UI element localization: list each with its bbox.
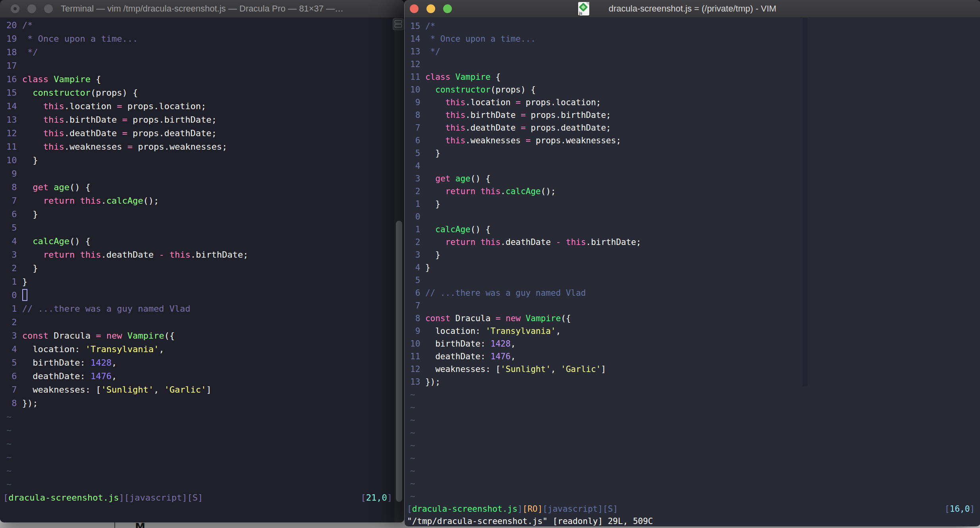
code-line: 1 } [410, 198, 440, 210]
token-fg [22, 196, 43, 206]
code-line: 8 this.birthDate = props.birthDate; [410, 109, 611, 121]
token-gr: age [455, 174, 471, 183]
token-pk: return [446, 187, 476, 196]
terminal-titlebar[interactable]: Terminal — vim /tmp/dracula-screenshot.j… [0, 0, 404, 18]
token-fg: props.deathDate; [127, 128, 217, 138]
token-fg: } [425, 148, 440, 158]
token-fg: location: [22, 344, 85, 354]
token-fg: , [511, 352, 516, 361]
empty-line-tilde: ~ [6, 451, 12, 464]
token-or: [RO] [523, 504, 543, 514]
token-fg: { [91, 74, 101, 84]
terminal-scrollbar[interactable] [394, 17, 404, 522]
code-line: 9 this.location = props.location; [410, 96, 601, 109]
line-number: 6 [410, 287, 425, 299]
token-fg: (props) { [490, 85, 536, 94]
token-fn: dracula-screenshot.js [8, 493, 119, 503]
token-fg [22, 182, 33, 192]
line-number: 2 [6, 262, 22, 275]
token-fg [122, 331, 127, 341]
line-number: 8 [6, 397, 22, 410]
line-number: 13 [410, 45, 425, 58]
line-number: 18 [6, 46, 22, 59]
token-pk: this [480, 237, 501, 247]
code-line: 6 } [6, 208, 38, 221]
line-number: 1 [6, 302, 22, 316]
line-number: 17 [6, 59, 22, 73]
token-fg: props.deathDate; [526, 123, 611, 133]
code-line: 11 class Vampire { [410, 71, 501, 83]
token-fg [475, 237, 480, 247]
token-ye: 'Transylvania' [85, 344, 159, 354]
token-fg: Dracula [48, 331, 96, 341]
vim-statusline: [dracula-screenshot.js][RO][javascript][… [407, 503, 618, 515]
line-number: 11 [6, 140, 22, 154]
macvim-window-title: dracula-screenshot.js = (/private/tmp) -… [405, 4, 980, 14]
token-fg: props.birthDate; [127, 115, 217, 125]
token-fg [425, 237, 446, 247]
token-fg: }); [425, 377, 440, 387]
split-pane-icon[interactable] [393, 18, 404, 30]
token-gr: constructor [33, 88, 91, 98]
token-pk: this [446, 123, 466, 133]
token-pk: this [43, 101, 64, 111]
line-number: 4 [6, 343, 22, 356]
line-number: 10 [410, 337, 425, 350]
empty-line-tilde: ~ [410, 401, 415, 414]
code-line: 1 calcAge() { [410, 223, 490, 236]
token-fg: Dracula [450, 314, 496, 323]
line-number: 5 [6, 356, 22, 370]
line-number: 1 [6, 275, 22, 289]
token-fg: , [159, 344, 164, 354]
token-fg: weaknesses: [ [425, 364, 501, 374]
code-line: 5 [6, 221, 22, 235]
token-fg: , [112, 371, 117, 381]
token-fg [22, 101, 43, 111]
token-fg: , [551, 364, 561, 374]
token-gr: age [54, 182, 69, 192]
line-number: 6 [410, 134, 425, 147]
line-number: 2 [410, 185, 425, 198]
token-pk: return [43, 250, 75, 260]
token-gr: constructor [435, 85, 490, 94]
line-number: 0 [6, 289, 22, 302]
token-ye: 'Garlic' [561, 364, 601, 374]
code-line: 11 deathDate: 1476, [410, 350, 516, 363]
code-line: 4 calcAge() { [6, 235, 91, 248]
token-fg [425, 110, 446, 120]
token-fg [164, 250, 169, 260]
token-cm: * Once upon a time... [425, 34, 536, 44]
token-fg: .weaknesses [465, 136, 526, 145]
code-line: 7 return this.calcAge(); [6, 194, 159, 208]
token-fg: .birthDate [64, 115, 122, 125]
empty-line-tilde: ~ [410, 464, 415, 477]
token-fn: dracula-screenshot.js [412, 504, 518, 514]
token-pk: = [122, 128, 127, 138]
line-number: 12 [410, 58, 425, 71]
line-number: 5 [6, 221, 22, 235]
token-pk: this [446, 110, 466, 120]
token-fg [22, 142, 43, 152]
token-fg [75, 250, 80, 260]
token-cm: /* [22, 20, 33, 30]
line-number: 10 [6, 154, 22, 167]
line-number: 11 [410, 350, 425, 363]
token-pk: = [127, 142, 133, 152]
code-line: 2 [6, 316, 22, 329]
terminal-scrollbar-thumb[interactable] [396, 221, 402, 502]
token-ye: 'Sunlight' [101, 385, 153, 395]
line-number: 4 [410, 261, 425, 274]
token-fg: deathDate: [425, 352, 490, 361]
token-fg: , [511, 339, 516, 349]
line-number: 1 [410, 198, 425, 210]
token-fg: } [425, 250, 440, 260]
code-line: 2 return this.calcAge(); [410, 185, 556, 198]
code-line: 4 location: 'Transylvania', [6, 343, 164, 356]
token-cm: */ [425, 47, 440, 56]
code-line: 14 * Once upon a time... [410, 33, 536, 45]
line-number: 6 [6, 370, 22, 383]
macvim-titlebar[interactable]: js dracula-screenshot.js = (/private/tmp… [405, 0, 980, 18]
token-pk: new [106, 331, 122, 341]
line-number: 4 [410, 160, 425, 172]
macvim-scrollbar[interactable] [803, 17, 808, 386]
